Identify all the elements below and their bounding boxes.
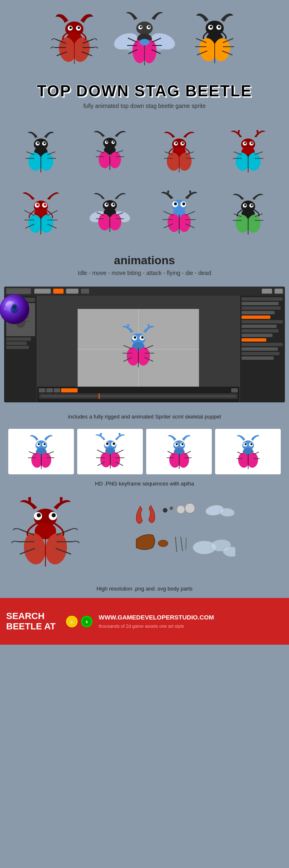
- svg-point-53: [37, 142, 39, 144]
- svg-point-190: [43, 443, 45, 445]
- editor-canvas: [37, 296, 239, 402]
- hero-section: TOP DOWN STAG BEETLE fully animated top …: [0, 0, 289, 122]
- dark-beetle-hero: [188, 8, 242, 76]
- svg-line-264: [186, 538, 186, 550]
- editor-right-panel: [239, 296, 285, 402]
- svg-point-38: [210, 26, 212, 28]
- svg-line-225: [185, 451, 191, 454]
- svg-point-174: [134, 336, 136, 339]
- keyframes-label: HD .PNG keyframe sequences with aplha: [0, 478, 289, 493]
- keyframes-section: [0, 425, 289, 478]
- svg-line-263: [181, 537, 182, 551]
- svg-point-66: [106, 141, 108, 143]
- svg-point-4: [78, 26, 80, 29]
- footer-right: WWW.GAMEDEVELOPERSTUDIO.COM thousands of…: [99, 614, 283, 629]
- keyframe-card-1: [8, 429, 74, 474]
- grid-beetle-2: [78, 126, 143, 179]
- footer-url[interactable]: WWW.GAMEDEVELOPERSTUDIO.COM: [99, 614, 283, 621]
- svg-text:$: $: [85, 620, 88, 624]
- svg-line-197: [47, 452, 54, 454]
- svg-point-123: [113, 203, 115, 206]
- keyframe-card-3: [146, 429, 212, 474]
- svg-point-105: [36, 203, 39, 206]
- svg-point-151: [251, 204, 253, 206]
- svg-point-22: [140, 26, 142, 28]
- svg-line-208: [97, 450, 105, 454]
- svg-point-203: [113, 442, 115, 445]
- svg-line-183: [144, 345, 153, 349]
- svg-point-106: [44, 203, 46, 206]
- editor-toolbar: [4, 287, 285, 296]
- svg-line-72: [97, 151, 104, 153]
- svg-point-231: [250, 443, 252, 445]
- svg-point-243: [37, 513, 41, 517]
- animations-title: animations: [8, 254, 281, 267]
- svg-point-80: [182, 142, 184, 144]
- editor-section: [0, 287, 289, 409]
- grid-beetle-1: [8, 126, 73, 179]
- svg-point-3: [69, 26, 72, 29]
- svg-point-260: [219, 507, 235, 517]
- svg-point-217: [175, 443, 178, 445]
- svg-point-92: [244, 142, 246, 144]
- grid-beetle-5: [8, 188, 73, 242]
- page-wrapper: TOP DOWN STAG BEETLE fully animated top …: [0, 0, 289, 645]
- svg-line-74: [116, 151, 123, 153]
- svg-point-218: [181, 443, 183, 445]
- body-parts-label: High resolution .png and .svg body parts: [0, 586, 289, 598]
- canvas-viewport: [78, 309, 199, 389]
- svg-point-136: [182, 203, 185, 206]
- grid-beetle-4: [216, 126, 281, 179]
- svg-line-141: [163, 211, 173, 215]
- keyframe-card-2: [77, 429, 143, 474]
- svg-point-164: [12, 304, 17, 309]
- svg-point-54: [43, 142, 45, 144]
- svg-line-111: [24, 210, 34, 215]
- svg-point-28: [140, 39, 149, 45]
- animations-list: Idle - move - move biting - attack - fly…: [8, 270, 281, 276]
- footer-icon-s[interactable]: $: [81, 616, 92, 627]
- footer-search-text: search beetle at: [6, 611, 60, 631]
- includes-description: includes a fully rigged and animated Spr…: [0, 409, 289, 425]
- grid-beetle-6: [78, 188, 143, 242]
- animations-section: animations Idle - move - move biting - a…: [0, 246, 289, 287]
- svg-point-175: [141, 336, 144, 339]
- footer-icon-d[interactable]: D: [66, 616, 78, 627]
- svg-point-258: [185, 503, 195, 513]
- footer-tagline: thousands of 2d game assets one art styl…: [99, 624, 184, 629]
- footer-icons: D $: [66, 616, 92, 627]
- svg-point-23: [148, 26, 150, 28]
- svg-line-144: [185, 211, 195, 215]
- red-beetle-hero: [47, 8, 101, 76]
- grid-beetle-8: [216, 188, 281, 242]
- hero-beetles: [4, 8, 285, 76]
- svg-point-202: [106, 442, 109, 445]
- svg-point-79: [175, 142, 177, 144]
- svg-line-223: [168, 451, 174, 454]
- blue-beetle-hero: [114, 8, 175, 76]
- svg-line-180: [123, 345, 132, 349]
- svg-text:D: D: [71, 620, 73, 624]
- svg-point-189: [38, 443, 40, 445]
- svg-point-122: [106, 203, 108, 206]
- animation-editor: [4, 287, 285, 402]
- svg-point-93: [251, 142, 253, 144]
- svg-point-67: [113, 141, 114, 143]
- footer-bar: search beetle at D $ WWW.GAMEDEVELOPERST…: [0, 598, 289, 645]
- svg-point-39: [218, 26, 220, 28]
- body-parts-section: [0, 493, 289, 586]
- svg-line-262: [175, 537, 177, 552]
- svg-point-256: [170, 507, 173, 510]
- svg-point-255: [163, 508, 167, 512]
- body-parts-main-beetle: [8, 497, 83, 581]
- body-parts-items: [87, 498, 281, 581]
- editor-inner: [4, 296, 285, 402]
- svg-point-135: [174, 203, 177, 206]
- svg-line-211: [116, 450, 123, 454]
- beetle-grid-row2: [0, 188, 289, 246]
- svg-point-261: [158, 540, 168, 547]
- svg-line-195: [29, 452, 36, 454]
- purple-orb: [0, 293, 31, 326]
- beetle-grid-row1: [0, 122, 289, 184]
- hero-subtitle: fully animated top down stag beetle game…: [4, 103, 285, 109]
